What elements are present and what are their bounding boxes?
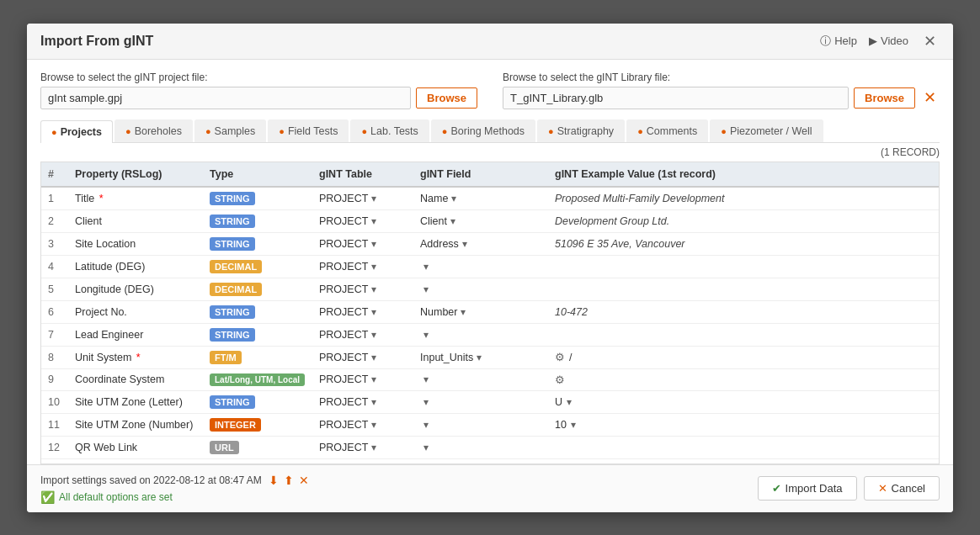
gint-field-dropdown[interactable]: ▾ xyxy=(423,329,429,341)
project-browse-button[interactable]: Browse xyxy=(416,87,477,109)
tab-lab-tests-label: Lab. Tests xyxy=(370,125,418,137)
gint-table-dropdown[interactable]: ▾ xyxy=(371,352,376,363)
gint-field-dropdown[interactable]: ▾ xyxy=(462,238,467,250)
library-clear-button[interactable]: ✕ xyxy=(920,88,940,107)
cell-type: STRING xyxy=(203,187,312,210)
cancel-button[interactable]: ✕ Cancel xyxy=(864,476,940,501)
gear-icon[interactable]: ⚙ xyxy=(555,373,565,386)
gint-table-dropdown[interactable]: ▾ xyxy=(371,396,376,408)
tab-piezometer[interactable]: ● Piezometer / Well xyxy=(710,119,823,142)
gint-field-dropdown[interactable]: ▾ xyxy=(477,352,482,363)
gint-table-dropdown[interactable]: ▾ xyxy=(371,261,376,273)
table-header-row: # Property (RSLog) Type gINT Table gINT … xyxy=(41,162,939,187)
gint-field-value: Address xyxy=(420,238,459,250)
cell-num: 8 xyxy=(41,346,68,368)
help-action[interactable]: ⓘ Help xyxy=(820,34,857,49)
table-row: 11Site UTM Zone (Number)INTEGERPROJECT▾▾… xyxy=(41,413,939,436)
gint-table-dropdown[interactable]: ▾ xyxy=(371,419,376,431)
gint-field-dropdown[interactable]: ▾ xyxy=(423,419,429,431)
cell-property: Coordinate System xyxy=(68,368,203,390)
library-file-input[interactable] xyxy=(503,87,849,109)
tab-piezometer-label: Piezometer / Well xyxy=(730,125,812,137)
cell-gint-field: ▾ xyxy=(413,436,548,458)
upload-icon[interactable]: ⬆ xyxy=(284,474,294,487)
gint-table-dropdown[interactable]: ▾ xyxy=(371,329,376,341)
tab-lab-tests[interactable]: ● Lab. Tests xyxy=(350,119,429,142)
gint-table-dropdown[interactable]: ▾ xyxy=(371,373,376,385)
cell-gint-table: PROJECT▾ xyxy=(312,436,413,458)
video-action[interactable]: ▶ Video xyxy=(869,34,908,47)
cell-property: Site UTM Zone (Number) xyxy=(68,413,203,436)
close-button[interactable]: ✕ xyxy=(920,32,940,50)
gint-table-dropdown[interactable]: ▾ xyxy=(371,283,376,295)
gint-table-value: PROJECT xyxy=(319,442,368,453)
gint-table-value: PROJECT xyxy=(319,396,368,408)
cell-gint-table: PROJECT▾ xyxy=(312,278,413,300)
example-dropdown[interactable]: ▾ xyxy=(571,419,576,431)
cell-example xyxy=(548,323,939,346)
import-data-button[interactable]: ✔ Import Data xyxy=(758,476,857,501)
gint-field-dropdown[interactable]: ▾ xyxy=(423,442,429,453)
gint-field-dropdown[interactable]: ▾ xyxy=(423,396,429,408)
tab-projects[interactable]: ● Projects xyxy=(40,120,113,143)
table-row: 8Unit System *FT/MPROJECT▾Input_Units▾⚙/ xyxy=(41,346,939,368)
modal-body: Browse to select the gINT project file: … xyxy=(27,60,953,464)
gint-table-dropdown[interactable]: ▾ xyxy=(371,193,376,204)
tab-samples[interactable]: ● Samples xyxy=(194,119,266,142)
table-row: 10Site UTM Zone (Letter)STRINGPROJECT▾▾U… xyxy=(41,390,939,413)
tab-comments[interactable]: ● Comments xyxy=(626,119,708,142)
project-file-input[interactable] xyxy=(40,87,411,109)
tab-boring-methods[interactable]: ● Boring Methods xyxy=(431,119,535,142)
cell-type: STRING xyxy=(203,232,312,255)
required-indicator: * xyxy=(133,352,140,363)
cell-gint-field: ▾ xyxy=(413,323,548,346)
gint-table-value: PROJECT xyxy=(319,261,368,273)
cell-num: 7 xyxy=(41,323,68,346)
footer-left: Import settings saved on 2022-08-12 at 0… xyxy=(40,474,309,504)
gint-table-dropdown[interactable]: ▾ xyxy=(371,306,376,318)
modal-header: Import From gINT ⓘ Help ▶ Video ✕ xyxy=(27,24,953,60)
gint-field-dropdown[interactable]: ▾ xyxy=(461,306,466,318)
gint-field-dropdown[interactable]: ▾ xyxy=(450,215,455,227)
tab-boreholes[interactable]: ● Boreholes xyxy=(115,119,193,142)
data-table-container: # Property (RSLog) Type gINT Table gINT … xyxy=(40,162,940,464)
gint-field-dropdown[interactable]: ▾ xyxy=(451,193,456,204)
gint-field-value: Input_Units xyxy=(420,352,473,363)
cell-num: 12 xyxy=(41,436,68,458)
gint-field-dropdown[interactable]: ▾ xyxy=(423,373,429,385)
table-row: 1Title *STRINGPROJECT▾Name▾Proposed Mult… xyxy=(41,187,939,210)
cell-gint-table: PROJECT▾ xyxy=(312,368,413,390)
tab-stratigraphy[interactable]: ● Stratigraphy xyxy=(537,119,625,142)
cell-gint-field: ▾ xyxy=(413,278,548,300)
cell-type: FT/M xyxy=(203,346,312,368)
col-header-example: gINT Example Value (1st record) xyxy=(548,162,939,187)
cell-type: Lat/Long, UTM, Local xyxy=(203,368,312,390)
gint-table-dropdown[interactable]: ▾ xyxy=(371,238,376,250)
cell-gint-table: PROJECT▾ xyxy=(312,323,413,346)
cell-example: 10-472 xyxy=(548,300,939,323)
download-icon[interactable]: ⬇ xyxy=(269,474,279,487)
import-check-icon: ✔ xyxy=(772,482,781,495)
gint-table-value: PROJECT xyxy=(319,193,368,204)
gint-field-dropdown[interactable]: ▾ xyxy=(423,261,429,273)
cell-property: Project No. xyxy=(68,300,203,323)
gint-table-dropdown[interactable]: ▾ xyxy=(371,215,376,227)
modal-title: Import From gINT xyxy=(40,34,153,49)
example-dropdown[interactable]: ▾ xyxy=(567,396,572,408)
project-browse-label: Browse to select the gINT project file: xyxy=(40,72,477,83)
required-indicator: * xyxy=(96,193,103,204)
gint-table-value: PROJECT xyxy=(319,215,368,227)
clear-icon[interactable]: ✕ xyxy=(299,474,309,487)
cell-property: Lead Engineer xyxy=(68,323,203,346)
gint-field-dropdown[interactable]: ▾ xyxy=(423,283,429,295)
tab-field-tests[interactable]: ● Field Tests xyxy=(268,119,349,142)
cell-gint-field: ▾ xyxy=(413,413,548,436)
gint-table-dropdown[interactable]: ▾ xyxy=(371,442,376,453)
example-value: Proposed Multi-Family Development xyxy=(555,193,724,204)
default-options-text: All default options are set xyxy=(59,491,173,503)
table-row: 9Coordinate SystemLat/Long, UTM, LocalPR… xyxy=(41,368,939,390)
import-modal: Import From gINT ⓘ Help ▶ Video ✕ Browse… xyxy=(27,24,953,512)
gear-icon[interactable]: ⚙ xyxy=(555,351,565,363)
library-browse-button[interactable]: Browse xyxy=(854,87,915,109)
table-row: 7Lead EngineerSTRINGPROJECT▾▾ xyxy=(41,323,939,346)
